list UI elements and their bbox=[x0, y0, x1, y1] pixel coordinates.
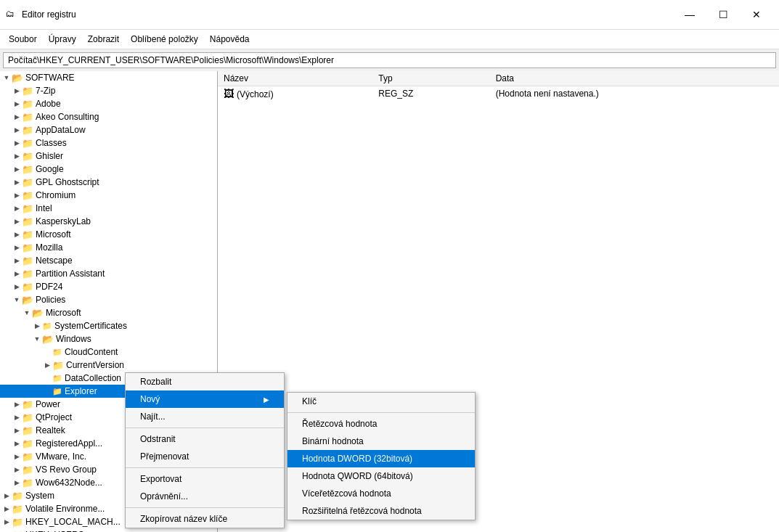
tree-item[interactable]: ▶📁Partition Assistant bbox=[0, 267, 217, 280]
ctx-item-zkopírovat-název-klíče[interactable]: Zkopírovat název klíče bbox=[126, 510, 284, 528]
tree-item[interactable]: ▶📁PDF24 bbox=[0, 280, 217, 293]
tree-item[interactable]: ▶📁Ghisler bbox=[0, 150, 217, 163]
tree-item-label: AppDataLow bbox=[36, 125, 86, 135]
expand-icon[interactable]: ▼ bbox=[1, 74, 12, 81]
submenu-item-rozšiřitelná-řetězcová-hodnota[interactable]: Rozšiřitelná řetězcová hodnota bbox=[287, 502, 475, 520]
tree-item[interactable]: ▶📁Microsoft bbox=[0, 228, 217, 241]
expand-icon[interactable]: ▶ bbox=[12, 165, 22, 173]
window-title: Editor registru bbox=[22, 9, 76, 20]
ctx-item-rozbalit[interactable]: Rozbalit bbox=[126, 373, 284, 390]
expand-icon[interactable]: ▶ bbox=[12, 270, 22, 277]
tree-item[interactable]: ▼📂Microsoft bbox=[0, 306, 217, 319]
expand-icon[interactable]: ▶ bbox=[12, 427, 22, 434]
expand-icon[interactable]: ▶ bbox=[12, 479, 22, 486]
tree-item[interactable]: ▶📁CurrentVersion bbox=[0, 359, 217, 372]
folder-icon: 📁 bbox=[22, 412, 33, 423]
ctx-item-přejmenovat[interactable]: Přejmenovat bbox=[126, 448, 284, 465]
tree-item[interactable]: ▶📁GPL Ghostscript bbox=[0, 176, 217, 189]
expand-icon[interactable]: ▶ bbox=[12, 205, 22, 212]
expand-icon[interactable]: ▶ bbox=[12, 231, 22, 238]
expand-icon[interactable]: ▶ bbox=[1, 505, 12, 512]
expand-icon[interactable]: ▶ bbox=[12, 192, 22, 199]
expand-icon[interactable]: ▶ bbox=[12, 126, 22, 134]
ctx-item-label: Oprávnění... bbox=[140, 491, 188, 502]
expand-icon[interactable]: ▶ bbox=[12, 283, 22, 290]
menu-soubor[interactable]: Soubor bbox=[3, 31, 43, 47]
tree-item[interactable]: ▶📁Netscape bbox=[0, 254, 217, 267]
menu-zobrazit[interactable]: Zobrazit bbox=[82, 31, 125, 47]
reg-type-cell: REG_SZ bbox=[372, 86, 489, 102]
expand-icon[interactable]: ▶ bbox=[12, 87, 22, 94]
expand-icon[interactable]: ▶ bbox=[1, 518, 12, 525]
expand-icon[interactable]: ▶ bbox=[1, 492, 12, 499]
expand-icon[interactable]: ▶ bbox=[32, 322, 42, 330]
expand-icon[interactable]: ▶ bbox=[42, 361, 52, 369]
tree-item[interactable]: ▼📂SOFTWARE bbox=[0, 71, 217, 84]
maximize-button[interactable]: ☐ bbox=[706, 4, 740, 25]
submenu-item-binární-hodnota[interactable]: Binární hodnota bbox=[287, 433, 475, 450]
tree-item[interactable]: ▶📁Google bbox=[0, 163, 217, 176]
expand-icon[interactable]: ▶ bbox=[12, 414, 22, 421]
submenu-item-řetězcová-hodnota[interactable]: Řetězcová hodnota bbox=[287, 415, 475, 433]
submenu-item-klíč[interactable]: Klíč bbox=[287, 393, 475, 410]
expand-icon[interactable]: ▶ bbox=[12, 466, 22, 473]
tree-item[interactable]: ▶📁Classes bbox=[0, 136, 217, 150]
tree-item[interactable]: ▶📁Intel bbox=[0, 202, 217, 215]
menu-upravy[interactable]: Úpravy bbox=[43, 31, 82, 47]
breadcrumb[interactable]: Počítač\HKEY_CURRENT_USER\SOFTWARE\Polic… bbox=[3, 52, 776, 68]
close-button[interactable]: ✕ bbox=[740, 4, 773, 25]
folder-icon: 📁 bbox=[22, 99, 33, 110]
submenu-item-hodnota-qword-64bitová[interactable]: Hodnota QWORD (64bitová) bbox=[287, 467, 475, 485]
folder-icon: 📁 bbox=[22, 242, 33, 253]
expand-icon[interactable]: ▶ bbox=[12, 152, 22, 160]
folder-icon: 📂 bbox=[22, 295, 33, 306]
expand-icon[interactable]: ▶ bbox=[12, 453, 22, 460]
tree-item[interactable]: ▶📁Mozilla bbox=[0, 241, 217, 254]
expand-icon[interactable]: ▶ bbox=[12, 139, 22, 147]
folder-icon: 📁 bbox=[52, 360, 64, 371]
tree-item[interactable]: ▶📁AppDataLow bbox=[0, 123, 217, 136]
expand-icon[interactable]: ▶ bbox=[12, 179, 22, 186]
tree-item-label: Microsoft bbox=[46, 308, 81, 318]
menu-oblibene[interactable]: Oblíbené položky bbox=[125, 31, 204, 47]
expand-icon[interactable]: ▼ bbox=[12, 296, 22, 303]
tree-item[interactable]: ▶📁Chromium bbox=[0, 189, 217, 202]
expand-icon[interactable]: ▼ bbox=[32, 335, 42, 343]
ctx-item-exportovat[interactable]: Exportovat bbox=[126, 470, 284, 488]
app-icon: 🗂 bbox=[6, 9, 17, 20]
tree-item-label: QtProject bbox=[36, 412, 72, 422]
expand-icon[interactable]: ▶ bbox=[12, 100, 22, 107]
expand-icon[interactable]: ▶ bbox=[12, 257, 22, 264]
tree-item-label: Volatile Environme... bbox=[25, 504, 105, 514]
submenu-item-víceřetězcová-hodnota[interactable]: Víceřetězcová hodnota bbox=[287, 485, 475, 502]
col-type: Typ bbox=[372, 71, 489, 86]
tree-item[interactable]: ▶📁7-Zip bbox=[0, 84, 217, 97]
tree-item[interactable]: ▼📂Policies bbox=[0, 293, 217, 306]
table-row[interactable]: 🖼(Výchozí)REG_SZ(Hodnota není nastavena.… bbox=[218, 86, 779, 102]
ctx-item-najít[interactable]: Najít... bbox=[126, 408, 284, 425]
menu-napoveda[interactable]: Nápověda bbox=[204, 31, 256, 47]
expand-icon[interactable]: ▶ bbox=[12, 113, 22, 120]
expand-icon[interactable]: ▶ bbox=[12, 244, 22, 251]
expand-icon[interactable]: ▶ bbox=[12, 440, 22, 447]
folder-icon: 📁 bbox=[22, 216, 33, 227]
folder-icon: 📁 bbox=[22, 425, 33, 436]
ctx-item-odstranit[interactable]: Odstranit bbox=[126, 430, 284, 448]
tree-item[interactable]: ▶📁Akeo Consulting bbox=[0, 110, 217, 123]
submenu-item-hodnota-dword-32bitová[interactable]: Hodnota DWORD (32bitová) bbox=[287, 450, 475, 467]
tree-item[interactable]: ▶📁SystemCertificates bbox=[0, 319, 217, 332]
tree-item[interactable]: ▼📂Windows bbox=[0, 332, 217, 345]
tree-item[interactable]: ▶📁HKEY_USERS bbox=[0, 528, 217, 532]
expand-icon[interactable]: ▶ bbox=[12, 218, 22, 225]
ctx-item-nový[interactable]: Nový▶ bbox=[126, 390, 284, 408]
tree-item[interactable]: 📁CloudContent bbox=[0, 345, 217, 359]
ctx-item-oprávnění[interactable]: Oprávnění... bbox=[126, 488, 284, 505]
expand-icon[interactable]: ▶ bbox=[12, 401, 22, 408]
tree-item[interactable]: ▶📁KasperskyLab bbox=[0, 215, 217, 228]
expand-icon[interactable]: ▼ bbox=[22, 309, 32, 316]
tree-item-label: Explorer bbox=[65, 386, 97, 396]
tree-item[interactable]: ▶📁Adobe bbox=[0, 97, 217, 110]
minimize-button[interactable]: — bbox=[673, 4, 706, 25]
tree-item-label: RegisteredAppl... bbox=[36, 438, 102, 449]
ctx-item-label: Nový bbox=[140, 394, 160, 404]
